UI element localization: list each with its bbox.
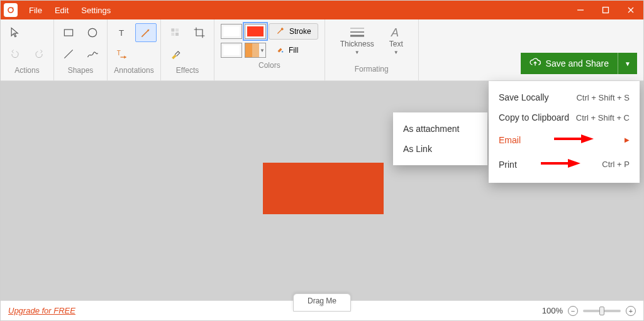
chevron-right-icon: ▶ [625, 136, 630, 143]
text-tool[interactable]: T [111, 23, 133, 42]
save-share-button[interactable]: Save and Share ▼ [521, 53, 637, 74]
svg-point-4 [88, 28, 96, 36]
svg-point-1 [12, 8, 13, 9]
upgrade-link[interactable]: Upgrade for FREE [8, 306, 75, 315]
dd-shortcut: Ctrl + P [602, 160, 630, 169]
annotation-arrow-icon [538, 157, 582, 171]
annotation-arrow-icon [551, 133, 595, 147]
stroke-label: Stroke [289, 27, 311, 36]
zoom-slider[interactable] [583, 310, 621, 312]
dd-print[interactable]: Print Ctrl + P [489, 152, 640, 177]
maximize-button[interactable] [593, 1, 618, 19]
dd-label: Print [499, 160, 517, 170]
drag-handle[interactable]: Drag Me ︾ [293, 293, 351, 312]
zoom-out-button[interactable]: − [568, 306, 578, 316]
cloud-upload-icon [530, 58, 541, 70]
fill-label: Fill [289, 46, 298, 55]
dd-label: Email [499, 135, 521, 145]
svg-rect-3 [64, 30, 72, 36]
thickness-dropdown[interactable]: Thickness ▼ [334, 23, 380, 58]
app-logo [4, 3, 18, 17]
svg-text:T: T [117, 50, 121, 57]
stroke-color-swatch[interactable] [221, 24, 242, 39]
menu-file[interactable]: File [23, 2, 48, 19]
menubar: File Edit Settings [23, 2, 117, 19]
svg-rect-9 [171, 33, 174, 36]
menu-settings[interactable]: Settings [75, 2, 117, 19]
chevron-down-icon: ︾ [308, 305, 336, 308]
secondary-swatch-2[interactable]: ▼ [245, 43, 266, 58]
dd-label: Save Locally [499, 92, 548, 102]
titlebar: File Edit Settings [1, 1, 643, 19]
text-dropdown[interactable]: A Text ▼ [383, 23, 409, 58]
save-share-label: Save and Share [546, 58, 609, 68]
secondary-swatch-1[interactable] [221, 43, 242, 58]
submenu-as-link[interactable]: As Link [393, 139, 487, 159]
zoom-controls: 100% − + [542, 306, 636, 316]
ribbon-group-shapes: Shapes [54, 19, 108, 80]
submenu-as-attachment[interactable]: As attachment [393, 119, 487, 139]
save-share-dropdown-toggle[interactable]: ▼ [618, 53, 637, 74]
group-label-formating: Formating [334, 62, 409, 75]
cursor-tool[interactable] [4, 23, 26, 42]
redo-button[interactable] [28, 45, 50, 63]
statusbar: Upgrade for FREE Drag Me ︾ 100% − + [1, 300, 643, 320]
fill-button[interactable]: Fill [269, 42, 304, 58]
arrow-tool[interactable] [135, 23, 157, 42]
svg-rect-2 [603, 8, 609, 13]
ribbon-group-colors: Stroke ▼ Fill Colors [214, 19, 325, 80]
close-button[interactable] [618, 1, 643, 19]
dd-label: Copy to Clipboard [499, 112, 569, 122]
app-window: File Edit Settings Actions [0, 0, 644, 321]
svg-text:A: A [391, 26, 399, 38]
ribbon-group-annotations: T T Annotations [108, 19, 161, 80]
group-label-effects: Effects [165, 63, 210, 76]
blur-tool[interactable] [165, 23, 186, 42]
window-controls [568, 1, 643, 19]
minimize-button[interactable] [568, 1, 593, 19]
dd-shortcut: Ctrl + Shift + C [576, 113, 630, 122]
ribbon-group-actions: Actions [1, 19, 54, 80]
group-label-annotations: Annotations [111, 63, 157, 76]
svg-rect-10 [175, 33, 179, 36]
stroke-button[interactable]: Stroke [269, 23, 318, 40]
email-submenu: As attachment As Link [393, 112, 487, 165]
group-label-colors: Colors [221, 58, 318, 71]
dd-shortcut: Ctrl + Shift + S [576, 93, 630, 102]
undo-button[interactable] [4, 45, 26, 63]
zoom-slider-thumb[interactable] [599, 307, 604, 315]
chevron-down-icon: ▼ [625, 60, 631, 67]
svg-text:T: T [119, 28, 124, 38]
svg-point-12 [282, 51, 283, 52]
fill-color-swatch[interactable] [245, 24, 266, 39]
line-tool[interactable] [58, 45, 79, 63]
group-label-actions: Actions [4, 63, 50, 76]
save-share-dropdown: Save Locally Ctrl + Shift + S Copy to Cl… [489, 81, 640, 183]
freehand-tool[interactable] [82, 45, 103, 63]
ribbon-group-formating: Thickness ▼ A Text ▼ Formating [325, 19, 419, 80]
text-arrow-tool[interactable]: T [111, 45, 133, 63]
group-label-shapes: Shapes [58, 63, 103, 76]
thickness-label: Thickness [340, 40, 374, 48]
drawn-rectangle[interactable] [263, 163, 384, 214]
dd-email[interactable]: Email ▶ [489, 128, 640, 152]
ribbon-group-effects: Effects [161, 19, 214, 80]
canvas[interactable]: As attachment As Link Save Locally Ctrl … [1, 81, 643, 300]
text-label: Text [389, 40, 403, 48]
rectangle-tool[interactable] [58, 23, 79, 42]
dd-save-locally[interactable]: Save Locally Ctrl + Shift + S [489, 87, 640, 107]
ribbon: Actions Shapes T [1, 19, 643, 81]
highlighter-tool[interactable] [165, 45, 186, 63]
svg-rect-7 [171, 28, 174, 31]
menu-edit[interactable]: Edit [48, 2, 75, 19]
zoom-value: 100% [542, 306, 563, 315]
svg-rect-8 [175, 28, 179, 31]
zoom-in-button[interactable]: + [626, 306, 636, 316]
ellipse-tool[interactable] [82, 23, 103, 42]
crop-tool[interactable] [189, 23, 210, 42]
dd-copy-clipboard[interactable]: Copy to Clipboard Ctrl + Shift + C [489, 107, 640, 128]
